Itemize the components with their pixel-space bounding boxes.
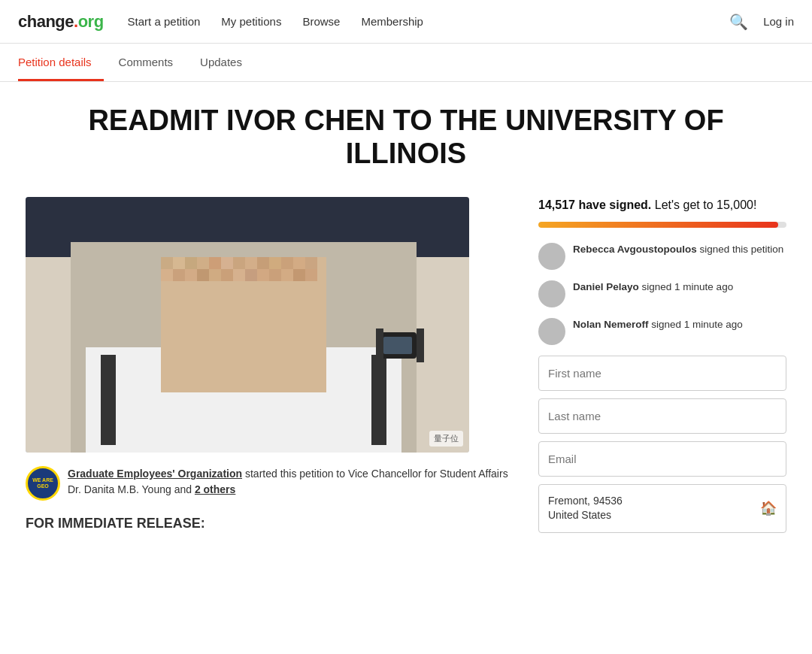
login-link[interactable]: Log in: [763, 15, 794, 28]
search-icon[interactable]: 🔍: [729, 13, 748, 31]
signer-action-time-2: signed 1 minute ago: [642, 281, 734, 292]
svg-rect-6: [371, 355, 386, 445]
svg-rect-18: [281, 257, 293, 269]
svg-rect-22: [173, 269, 185, 281]
email-input[interactable]: [538, 441, 786, 477]
svg-rect-25: [209, 269, 221, 281]
nav-start-petition[interactable]: Start a petition: [128, 15, 201, 28]
image-placeholder: 量子位: [26, 197, 469, 453]
svg-rect-30: [269, 269, 281, 281]
svg-rect-20: [305, 257, 317, 269]
tab-updates[interactable]: Updates: [200, 44, 254, 81]
svg-rect-15: [245, 257, 257, 269]
tab-petition-details[interactable]: Petition details: [18, 44, 104, 81]
svg-rect-16: [257, 257, 269, 269]
progress-bar-fill: [538, 222, 778, 228]
nav-browse[interactable]: Browse: [302, 15, 340, 28]
left-column: 量子位 WE AREGEO Graduate Employees' Organi…: [26, 197, 511, 531]
location-text: Fremont, 94536 United States: [548, 494, 623, 523]
location-line2: United States: [548, 508, 623, 523]
svg-rect-14: [233, 257, 245, 269]
right-column: 14,517 have signed. Let's get to 15,000!…: [538, 197, 786, 533]
tab-bar: Petition details Comments Updates: [0, 44, 812, 82]
geo-badge-text: WE AREGEO: [32, 477, 53, 490]
svg-rect-8: [161, 257, 173, 269]
petition-title: READMIT IVOR CHEN TO THE UNIVERSITY OF I…: [26, 104, 786, 170]
location-icon: 🏠: [760, 500, 777, 516]
svg-rect-17: [269, 257, 281, 269]
for-release-text: FOR IMMEDIATE RELEASE:: [26, 516, 511, 531]
svg-rect-21: [161, 269, 173, 281]
logo-text-org: org: [78, 12, 104, 31]
svg-rect-33: [305, 269, 317, 281]
signers-text: 14,517 have signed. Let's get to 15,000!: [538, 197, 786, 213]
svg-rect-35: [383, 337, 412, 354]
nav-right: 🔍 Log in: [729, 13, 794, 31]
org-link[interactable]: Graduate Employees' Organization: [68, 468, 242, 480]
petition-image: 量子位: [26, 197, 469, 453]
signer-item-1: Rebecca Avgoustopoulos signed this petit…: [538, 243, 786, 270]
svg-rect-5: [101, 355, 116, 445]
main-content: READMIT IVOR CHEN TO THE UNIVERSITY OF I…: [8, 82, 804, 563]
signer-action-time-3: signed 1 minute ago: [651, 319, 743, 330]
org-row: WE AREGEO Graduate Employees' Organizati…: [26, 466, 511, 501]
signer-avatar-1: [538, 243, 565, 270]
org-description: Graduate Employees' Organization started…: [68, 466, 511, 498]
signer-avatar-2: [538, 280, 565, 307]
first-name-input[interactable]: [538, 356, 786, 391]
svg-rect-32: [293, 269, 305, 281]
geo-badge: WE AREGEO: [26, 466, 60, 501]
signer-name-3: Nolan Nemeroff: [573, 319, 649, 330]
svg-rect-13: [221, 257, 233, 269]
signer-item-2: Daniel Pelayo signed 1 minute ago: [538, 280, 786, 307]
svg-rect-31: [281, 269, 293, 281]
photo-svg: [26, 197, 469, 453]
signer-info-1: Rebecca Avgoustopoulos signed this petit…: [573, 243, 783, 257]
nav-membership[interactable]: Membership: [361, 15, 423, 28]
svg-rect-9: [173, 257, 185, 269]
progress-bar-container: [538, 222, 786, 228]
svg-rect-26: [221, 269, 233, 281]
watermark: 量子位: [429, 431, 463, 447]
svg-rect-11: [197, 257, 209, 269]
nav-links: Start a petition My petitions Browse Mem…: [128, 15, 730, 28]
content-row: 量子位 WE AREGEO Graduate Employees' Organi…: [26, 197, 786, 533]
signers-count-bold: 14,517 have signed.: [538, 198, 651, 211]
signer-item-3: Nolan Nemeroff signed 1 minute ago: [538, 318, 786, 345]
svg-rect-27: [233, 269, 245, 281]
signer-name-2: Daniel Pelayo: [573, 281, 639, 292]
signer-info-3: Nolan Nemeroff signed 1 minute ago: [573, 318, 743, 332]
svg-rect-12: [209, 257, 221, 269]
org-others-link[interactable]: 2 others: [195, 483, 235, 495]
svg-rect-23: [185, 269, 197, 281]
svg-rect-10: [185, 257, 197, 269]
signer-avatar-3: [538, 318, 565, 345]
signers-suffix: Let's get to 15,000!: [655, 198, 757, 211]
navigation: change.org Start a petition My petitions…: [0, 0, 812, 44]
svg-rect-24: [197, 269, 209, 281]
logo-text-change: change: [18, 12, 74, 31]
last-name-input[interactable]: [538, 398, 786, 434]
svg-rect-28: [245, 269, 257, 281]
location-line1: Fremont, 94536: [548, 494, 623, 509]
signer-action-text-1: signed this petition: [700, 244, 784, 255]
svg-rect-37: [417, 329, 424, 362]
signer-info-2: Daniel Pelayo signed 1 minute ago: [573, 280, 733, 295]
tab-comments[interactable]: Comments: [119, 44, 186, 81]
svg-rect-29: [257, 269, 269, 281]
location-field[interactable]: Fremont, 94536 United States 🏠: [538, 484, 786, 533]
svg-rect-36: [376, 329, 383, 362]
nav-my-petitions[interactable]: My petitions: [221, 15, 281, 28]
logo[interactable]: change.org: [18, 12, 104, 32]
svg-rect-19: [293, 257, 305, 269]
signer-name-1: Rebecca Avgoustopoulos: [573, 244, 697, 255]
